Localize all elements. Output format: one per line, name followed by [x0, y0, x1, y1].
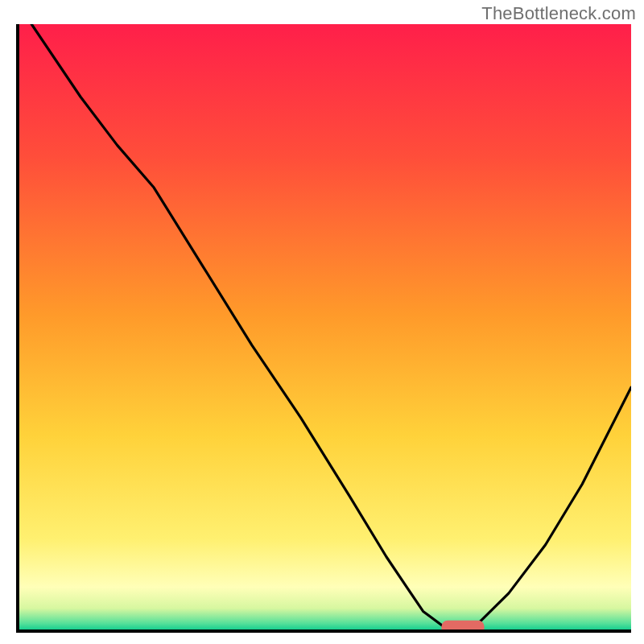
- gradient-backdrop: [19, 24, 631, 630]
- plot-area: [16, 24, 631, 633]
- optimal-range-marker: [441, 621, 484, 630]
- plot-svg: [19, 24, 631, 630]
- watermark-text: TheBottleneck.com: [481, 3, 636, 24]
